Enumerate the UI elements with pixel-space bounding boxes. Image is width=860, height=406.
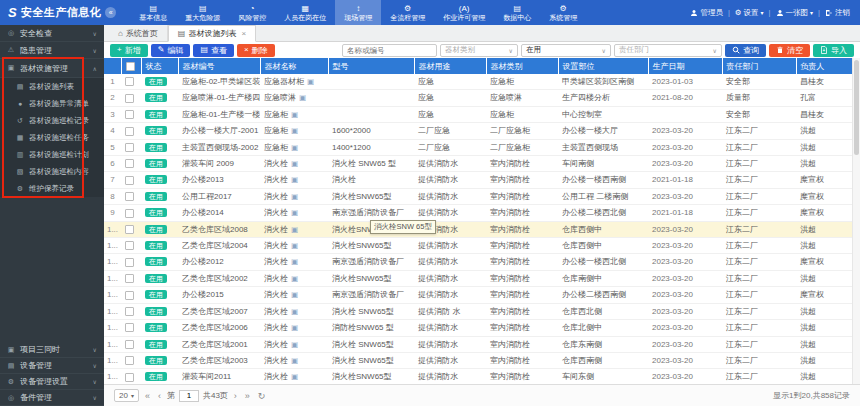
detail-icon[interactable]: ▣	[291, 340, 298, 349]
table-row[interactable]: 1... 在用 乙类仓库区域2001 消火栓▣ 消火栓 SNW65型 提供消防水…	[104, 336, 852, 352]
table-row[interactable]: 5 在用 主装置西侧现场-2002 应急柜▣ 1400*1200 二厂应急 二厂…	[104, 139, 852, 155]
nav-item[interactable]: ▦ 人员在岗在位	[275, 0, 335, 25]
user-menu[interactable]: 管理员	[690, 8, 723, 18]
refresh-button[interactable]: ↻	[256, 391, 268, 401]
table-row[interactable]: 9 在用 办公楼2014 消火栓▣ 南京强盾消防设备厂 提供消防水 室内消防栓 …	[104, 205, 852, 221]
add-button[interactable]: + 新增	[110, 44, 148, 57]
status-select[interactable]: 在用 ∨	[521, 44, 611, 57]
page-size-select[interactable]: 20 ▾	[114, 389, 139, 402]
settings-menu[interactable]: ⚙ 设置 ▾	[735, 8, 764, 18]
sidebar-group[interactable]: ⚠ 隐患管理 ∨	[0, 42, 104, 59]
detail-icon[interactable]: ▣	[299, 93, 306, 102]
detail-icon[interactable]: ▣	[291, 356, 298, 365]
sidebar-collapse-button[interactable]: «	[105, 7, 116, 18]
table-row[interactable]: 3 在用 应急柜-01-生产楼一楼 应急柜▣ 应急 应急柜 中心控制室 安全部 …	[104, 106, 852, 122]
sidebar-group[interactable]: ▤ 设备管理 ∨	[0, 358, 104, 374]
table-row[interactable]: 1... 在用 灌装车间2011 消火栓▣ 消火栓SNW65型 提供消防水 室内…	[104, 369, 852, 385]
table-row[interactable]: 4 在用 办公楼一楼大厅-2001 应急柜▣ 1600*2000 二厂应急 二厂…	[104, 123, 852, 139]
row-checkbox[interactable]	[125, 94, 134, 103]
vertical-scrollbar[interactable]	[852, 58, 860, 406]
row-checkbox[interactable]	[125, 373, 134, 382]
nav-item[interactable]: (A) 作业许可管理	[434, 0, 494, 25]
detail-icon[interactable]: ▣	[291, 208, 298, 217]
detail-icon[interactable]: ▣	[291, 372, 298, 381]
table-row[interactable]: 1... 在用 乙类仓库区域2008 消火栓▣ 消火栓SNW 65型 提供消防水…	[104, 221, 852, 237]
detail-icon[interactable]: ▣	[291, 290, 298, 299]
sidebar-subitem[interactable]: ▤ 器材设施列表	[0, 78, 104, 95]
clear-button[interactable]: 清空	[769, 44, 810, 57]
sidebar-group[interactable]: ▣ 项目三同时 ∨	[0, 342, 104, 358]
nav-item[interactable]: ⚙ 系统管理	[540, 0, 586, 25]
sidebar-subitem[interactable]: ⚙ 维护保养记录	[0, 180, 104, 197]
table-row[interactable]: 1... 在用 乙类仓库区域2007 消火栓▣ 消火栓 SNW65型 提供消防 …	[104, 303, 852, 319]
prev-page-button[interactable]: ‹	[156, 391, 163, 401]
table-row[interactable]: 1... 在用 办公楼2015 消火栓▣ 南京强盾消防设备厂 提供消防水 室内消…	[104, 287, 852, 303]
row-checkbox[interactable]	[125, 176, 134, 185]
table-row[interactable]: 1... 在用 乙类仓库区域2004 消火栓▣ 消火栓SNW65型 提供消防水 …	[104, 238, 852, 254]
logout-button[interactable]: 注销	[825, 8, 850, 18]
nav-item[interactable]: ▤ 基本信息	[130, 0, 176, 25]
sidebar-subitem[interactable]: ● 器材设施异常清单	[0, 95, 104, 112]
tab-equipment-list[interactable]: ▤ 器材设施列表 ×	[168, 25, 256, 42]
dept-select[interactable]: 责任部门 ∨	[614, 44, 722, 57]
row-checkbox[interactable]	[125, 291, 134, 300]
detail-icon[interactable]: ▣	[291, 257, 298, 266]
row-checkbox[interactable]	[125, 159, 134, 168]
edit-button[interactable]: ✎ 编辑	[151, 44, 191, 57]
delete-button[interactable]: × 删除	[237, 44, 275, 57]
row-checkbox[interactable]	[125, 323, 134, 332]
table-row[interactable]: 1 在用 应急柜-02-甲类罐区装.. 应急器材柜▣ 应急 应急柜 甲类罐区装卸…	[104, 74, 852, 90]
detail-icon[interactable]: ▣	[291, 323, 298, 332]
sidebar-group[interactable]: ⚙ 设备管理设置 ∨	[0, 374, 104, 390]
nav-item[interactable]: ▤ 重大危险源	[176, 0, 229, 25]
table-row[interactable]: 6 在用 灌装车间 2009 消火栓▣ 消火栓 SNW65 型 提供消防水 室内…	[104, 156, 852, 172]
nav-item[interactable]: ◔ 风险管控	[229, 0, 275, 25]
sidebar-subitem[interactable]: ▥ 器材设施巡检计划	[0, 146, 104, 163]
row-checkbox[interactable]	[125, 307, 134, 316]
next-page-button[interactable]: ›	[232, 391, 239, 401]
table-row[interactable]: 1... 在用 办公楼2012 消火栓▣ 南京强盾消防设备厂 提供消防水 室内消…	[104, 254, 852, 270]
sidebar-group[interactable]: ◎ 安全检查 ∨	[0, 25, 104, 42]
detail-icon[interactable]: ▣	[291, 175, 298, 184]
row-checkbox[interactable]	[125, 340, 134, 349]
row-checkbox[interactable]	[125, 77, 134, 86]
sidebar-subitem[interactable]: ↺ 器材设施巡检记录	[0, 112, 104, 129]
onemap-menu[interactable]: 一张图 ▾	[776, 8, 814, 18]
row-checkbox[interactable]	[125, 258, 134, 267]
detail-icon[interactable]: ▣	[291, 159, 298, 168]
detail-icon[interactable]: ▣	[291, 126, 298, 135]
table-row[interactable]: 7 在用 办公楼2013 消火栓▣ 消火栓 提供消防水 室内消防栓 办公楼一楼西…	[104, 172, 852, 188]
row-checkbox[interactable]	[125, 143, 134, 152]
sidebar-group[interactable]: ◎ 备件管理 ∨	[0, 390, 104, 406]
row-checkbox[interactable]	[125, 192, 134, 201]
last-page-button[interactable]: »	[243, 391, 252, 401]
view-button[interactable]: ▤ 查看	[193, 44, 234, 57]
search-button[interactable]: 查询	[725, 44, 766, 57]
close-icon[interactable]: ×	[241, 29, 246, 38]
row-checkbox[interactable]	[125, 274, 134, 283]
sidebar-group-equipment[interactable]: ▣ 器材设施管理 ∧	[0, 59, 104, 78]
row-checkbox[interactable]	[125, 209, 134, 218]
detail-icon[interactable]: ▣	[291, 143, 298, 152]
select-all-checkbox[interactable]	[126, 62, 135, 71]
row-checkbox[interactable]	[125, 356, 134, 365]
detail-icon[interactable]: ▣	[307, 77, 314, 86]
row-checkbox[interactable]	[125, 127, 134, 136]
page-input[interactable]	[179, 390, 199, 402]
nav-item[interactable]: ↕ 现场管理	[335, 0, 381, 25]
table-row[interactable]: 2 在用 应急喷淋-01-生产楼四楼 应急喷淋▣ 应急 应急喷淋 生产四楼分析 …	[104, 90, 852, 106]
row-checkbox[interactable]	[125, 110, 134, 119]
first-page-button[interactable]: «	[143, 391, 152, 401]
detail-icon[interactable]: ▣	[291, 192, 298, 201]
scrollbar-thumb[interactable]	[854, 60, 859, 155]
detail-icon[interactable]: ▣	[291, 307, 298, 316]
table-row[interactable]: 1... 在用 乙类仓库区域2002 消火栓▣ 消火栓SNW65型 提供消防水 …	[104, 270, 852, 286]
detail-icon[interactable]: ▣	[291, 241, 298, 250]
nav-item[interactable]: ▤ 数据中心	[494, 0, 540, 25]
table-row[interactable]: 1... 在用 乙类仓库区域2006 消火栓▣ 消防栓SNW65 型 提供消防水…	[104, 320, 852, 336]
nav-item[interactable]: ⚙ 全流程管理	[381, 0, 434, 25]
tab-home[interactable]: ⌂ 系统首页	[109, 25, 168, 41]
category-select[interactable]: 器材类别 ∨	[440, 44, 518, 57]
table-row[interactable]: 1... 在用 乙类仓库区域2003 消火栓▣ 消火栓 SNW65型 提供消防水…	[104, 352, 852, 368]
table-row[interactable]: 8 在用 公用工程2017 消火栓▣ 消火栓SNW65型 提供消防水 室内消防栓…	[104, 188, 852, 204]
